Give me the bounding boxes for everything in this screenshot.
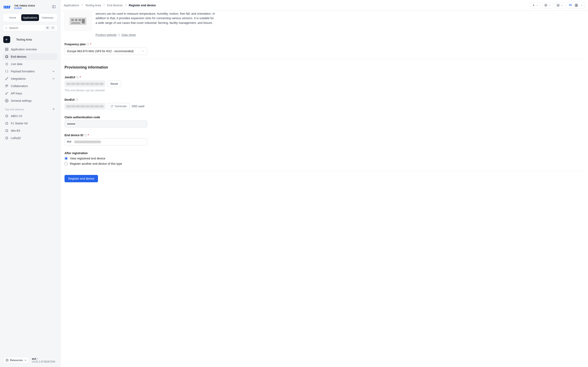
- help-icon[interactable]: ?: [84, 134, 87, 137]
- help-icon[interactable]: ?: [86, 43, 89, 46]
- org-icon: [569, 4, 572, 7]
- crumb-app[interactable]: Testing Area: [85, 4, 101, 7]
- reset-joineui-button[interactable]: Reset: [107, 81, 121, 87]
- chip-icon: [5, 55, 9, 58]
- list-icon: [5, 62, 9, 66]
- device-name: F1 Starter Kit: [11, 122, 27, 125]
- svg-rect-42: [6, 123, 8, 124]
- account-button[interactable]: [567, 2, 585, 8]
- product-image: [65, 11, 91, 31]
- product-website-link[interactable]: Product website: [95, 33, 117, 36]
- svg-rect-12: [7, 50, 8, 51]
- frequency-plan-label: Frequency plan: [65, 43, 86, 46]
- claim-code-label: Claim authentication code: [65, 116, 100, 119]
- svg-line-7: [7, 28, 7, 29]
- collapse-sidebar-icon[interactable]: [51, 4, 57, 10]
- generate-deveui-button[interactable]: Generate: [107, 103, 130, 109]
- nav-label: API keys: [11, 92, 22, 95]
- brand-text-1: THE THINGS STACK: [14, 5, 35, 7]
- cluster-info: eu1 • v3.32.1.6738267293: [32, 358, 57, 363]
- gear-icon: [5, 99, 9, 103]
- app-context-name: Testing Area: [13, 36, 32, 43]
- top-device-item[interactable]: F1 Starter Kit: [3, 120, 57, 127]
- svg-point-30: [6, 100, 7, 101]
- resources-button[interactable]: Resources: [3, 357, 29, 363]
- chip-icon: [5, 136, 9, 140]
- nav-label: End devices: [11, 55, 26, 58]
- radio-label: Register another end device of this type: [70, 162, 122, 165]
- register-button[interactable]: Register end device: [65, 175, 98, 182]
- users-icon: [5, 84, 9, 88]
- radio-another[interactable]: [65, 162, 68, 165]
- nav-label: Integrations: [11, 77, 26, 80]
- deveui-input[interactable]: [65, 103, 105, 109]
- chip-icon: [5, 114, 9, 118]
- deveui-counter: 0/50 used: [132, 105, 144, 108]
- back-button[interactable]: [3, 36, 10, 43]
- help-icon[interactable]: ?: [75, 98, 78, 101]
- integration-icon: [5, 77, 9, 81]
- chip-icon: [5, 129, 9, 133]
- required-icon: *: [88, 133, 89, 137]
- svg-point-28: [7, 85, 8, 86]
- crumb-current: Register end device: [129, 4, 156, 7]
- help-icon[interactable]: ?: [76, 76, 79, 79]
- nav-integrations[interactable]: Integrations: [3, 75, 57, 82]
- deveui-label: DevEUI: [65, 98, 75, 101]
- top-device-item[interactable]: LoRa32: [3, 134, 57, 142]
- svg-rect-11: [5, 50, 6, 51]
- nav-overview[interactable]: Application overview: [3, 46, 57, 53]
- plus-icon: [52, 108, 55, 111]
- top-device-item[interactable]: Wio-E5: [3, 127, 57, 134]
- brand-logo[interactable]: THE THINGS STACK CLOUD: [4, 5, 35, 9]
- svg-rect-86: [71, 22, 80, 24]
- search-field[interactable]: [9, 26, 45, 30]
- nav-label: Collaborators: [11, 84, 28, 88]
- required-icon: *: [90, 43, 91, 46]
- add-menu-button[interactable]: [530, 2, 541, 8]
- radio-view[interactable]: [65, 157, 68, 160]
- svg-rect-2: [7, 6, 9, 8]
- nav-label: Live data: [11, 62, 22, 66]
- topbar: Applications Testing Area End devices Re…: [61, 0, 588, 11]
- svg-rect-60: [6, 137, 8, 139]
- frequency-plan-select[interactable]: Europe 863-870 MHz (SF9 for RX2 - recomm…: [65, 48, 147, 55]
- tab-home[interactable]: Home: [4, 14, 21, 21]
- device-name: LoRa32: [11, 136, 21, 140]
- svg-rect-3: [8, 6, 10, 8]
- brand-text-2: CLOUD: [14, 7, 35, 9]
- datasheet-link[interactable]: Data sheet: [121, 33, 136, 36]
- svg-rect-85: [82, 19, 85, 24]
- svg-rect-10: [7, 48, 8, 49]
- nav-end-devices[interactable]: End devices: [3, 53, 57, 60]
- nav-payload-formatters[interactable]: Payload formatters: [3, 68, 57, 75]
- after-option-view[interactable]: View registered end device: [65, 157, 584, 160]
- inbox-button[interactable]: [554, 2, 565, 8]
- crumb-applications[interactable]: Applications: [64, 4, 79, 7]
- user-icon: [575, 3, 578, 7]
- tab-applications[interactable]: Applications: [21, 14, 39, 21]
- top-device-item[interactable]: AB01-V2: [3, 113, 57, 119]
- generate-label: Generate: [115, 105, 127, 108]
- nav-general-settings[interactable]: General settings: [3, 97, 57, 104]
- nav-api-keys[interactable]: API keys: [3, 90, 57, 97]
- info-icon: [6, 359, 9, 362]
- tab-gateways[interactable]: Gateways: [39, 14, 56, 21]
- breadcrumb: Applications Testing Area End devices Re…: [64, 3, 156, 7]
- star-menu-button[interactable]: [542, 2, 553, 8]
- svg-point-6: [6, 27, 7, 29]
- nav-live-data[interactable]: Live data: [3, 60, 57, 67]
- svg-rect-78: [571, 5, 572, 6]
- claim-code-input[interactable]: [65, 120, 147, 127]
- add-device-button[interactable]: [52, 108, 55, 111]
- joineui-input[interactable]: [65, 81, 105, 87]
- nav-label: Payload formatters: [11, 70, 35, 73]
- select-value: Europe 863-870 MHz (SF9 for RX2 - recomm…: [67, 50, 134, 53]
- search-icon: [5, 26, 8, 30]
- after-option-another[interactable]: Register another end device of this type: [65, 162, 584, 165]
- nav-collaborators[interactable]: Collaborators: [3, 83, 57, 90]
- search-input[interactable]: ⌘K: [3, 25, 57, 31]
- chevron-down-icon: [52, 69, 55, 73]
- chevron-down-icon: [24, 359, 27, 361]
- crumb-devices[interactable]: End devices: [107, 4, 123, 7]
